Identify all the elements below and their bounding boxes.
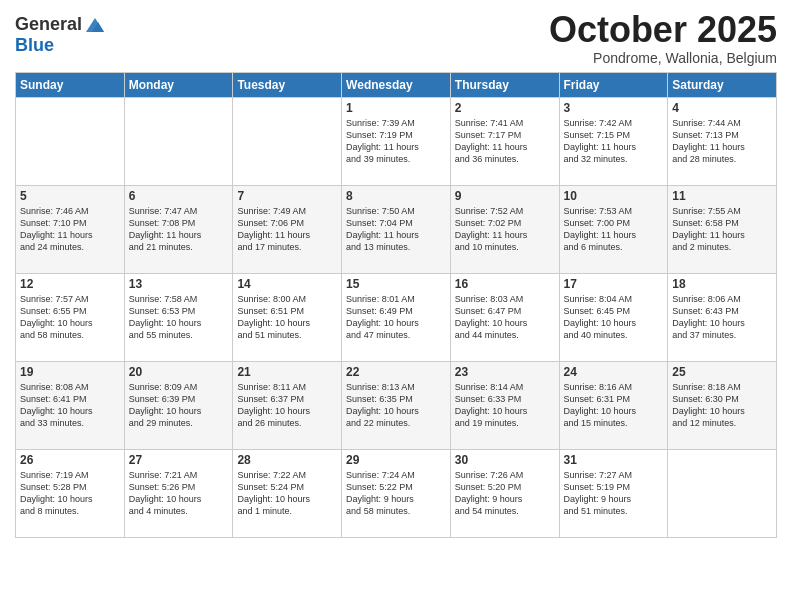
day-number: 7 xyxy=(237,189,337,203)
day-number: 25 xyxy=(672,365,772,379)
day-number: 23 xyxy=(455,365,555,379)
day-info: Sunrise: 7:57 AM Sunset: 6:55 PM Dayligh… xyxy=(20,293,120,342)
calendar-header-row: Sunday Monday Tuesday Wednesday Thursday… xyxy=(16,72,777,97)
day-number: 20 xyxy=(129,365,229,379)
page-container: General Blue October 2025 Pondrome, Wall… xyxy=(0,0,792,548)
calendar-week-4: 19Sunrise: 8:08 AM Sunset: 6:41 PM Dayli… xyxy=(16,361,777,449)
day-number: 17 xyxy=(564,277,664,291)
calendar-cell: 31Sunrise: 7:27 AM Sunset: 5:19 PM Dayli… xyxy=(559,449,668,537)
day-info: Sunrise: 7:26 AM Sunset: 5:20 PM Dayligh… xyxy=(455,469,555,518)
day-info: Sunrise: 8:04 AM Sunset: 6:45 PM Dayligh… xyxy=(564,293,664,342)
day-number: 8 xyxy=(346,189,446,203)
calendar-week-2: 5Sunrise: 7:46 AM Sunset: 7:10 PM Daylig… xyxy=(16,185,777,273)
calendar-cell: 22Sunrise: 8:13 AM Sunset: 6:35 PM Dayli… xyxy=(342,361,451,449)
calendar-cell: 4Sunrise: 7:44 AM Sunset: 7:13 PM Daylig… xyxy=(668,97,777,185)
day-number: 19 xyxy=(20,365,120,379)
day-info: Sunrise: 7:21 AM Sunset: 5:26 PM Dayligh… xyxy=(129,469,229,518)
calendar-cell: 30Sunrise: 7:26 AM Sunset: 5:20 PM Dayli… xyxy=(450,449,559,537)
day-info: Sunrise: 8:06 AM Sunset: 6:43 PM Dayligh… xyxy=(672,293,772,342)
calendar-cell: 29Sunrise: 7:24 AM Sunset: 5:22 PM Dayli… xyxy=(342,449,451,537)
calendar-table: Sunday Monday Tuesday Wednesday Thursday… xyxy=(15,72,777,538)
day-info: Sunrise: 7:19 AM Sunset: 5:28 PM Dayligh… xyxy=(20,469,120,518)
logo-blue: Blue xyxy=(15,36,106,56)
day-info: Sunrise: 7:42 AM Sunset: 7:15 PM Dayligh… xyxy=(564,117,664,166)
day-number: 10 xyxy=(564,189,664,203)
day-number: 21 xyxy=(237,365,337,379)
day-number: 6 xyxy=(129,189,229,203)
calendar-cell: 12Sunrise: 7:57 AM Sunset: 6:55 PM Dayli… xyxy=(16,273,125,361)
day-number: 4 xyxy=(672,101,772,115)
day-number: 27 xyxy=(129,453,229,467)
col-monday: Monday xyxy=(124,72,233,97)
day-info: Sunrise: 8:00 AM Sunset: 6:51 PM Dayligh… xyxy=(237,293,337,342)
calendar-cell: 15Sunrise: 8:01 AM Sunset: 6:49 PM Dayli… xyxy=(342,273,451,361)
day-number: 30 xyxy=(455,453,555,467)
calendar-cell: 28Sunrise: 7:22 AM Sunset: 5:24 PM Dayli… xyxy=(233,449,342,537)
calendar-cell: 9Sunrise: 7:52 AM Sunset: 7:02 PM Daylig… xyxy=(450,185,559,273)
day-info: Sunrise: 7:44 AM Sunset: 7:13 PM Dayligh… xyxy=(672,117,772,166)
day-info: Sunrise: 8:08 AM Sunset: 6:41 PM Dayligh… xyxy=(20,381,120,430)
subtitle: Pondrome, Wallonia, Belgium xyxy=(549,50,777,66)
calendar-cell: 8Sunrise: 7:50 AM Sunset: 7:04 PM Daylig… xyxy=(342,185,451,273)
col-sunday: Sunday xyxy=(16,72,125,97)
col-tuesday: Tuesday xyxy=(233,72,342,97)
calendar-cell xyxy=(233,97,342,185)
day-number: 29 xyxy=(346,453,446,467)
day-number: 18 xyxy=(672,277,772,291)
day-info: Sunrise: 8:03 AM Sunset: 6:47 PM Dayligh… xyxy=(455,293,555,342)
calendar-cell: 18Sunrise: 8:06 AM Sunset: 6:43 PM Dayli… xyxy=(668,273,777,361)
col-thursday: Thursday xyxy=(450,72,559,97)
day-info: Sunrise: 8:11 AM Sunset: 6:37 PM Dayligh… xyxy=(237,381,337,430)
calendar-cell: 2Sunrise: 7:41 AM Sunset: 7:17 PM Daylig… xyxy=(450,97,559,185)
calendar-cell: 17Sunrise: 8:04 AM Sunset: 6:45 PM Dayli… xyxy=(559,273,668,361)
day-info: Sunrise: 8:09 AM Sunset: 6:39 PM Dayligh… xyxy=(129,381,229,430)
col-saturday: Saturday xyxy=(668,72,777,97)
day-info: Sunrise: 7:55 AM Sunset: 6:58 PM Dayligh… xyxy=(672,205,772,254)
day-info: Sunrise: 7:41 AM Sunset: 7:17 PM Dayligh… xyxy=(455,117,555,166)
calendar-week-3: 12Sunrise: 7:57 AM Sunset: 6:55 PM Dayli… xyxy=(16,273,777,361)
day-number: 22 xyxy=(346,365,446,379)
day-number: 9 xyxy=(455,189,555,203)
day-number: 2 xyxy=(455,101,555,115)
calendar-week-5: 26Sunrise: 7:19 AM Sunset: 5:28 PM Dayli… xyxy=(16,449,777,537)
day-info: Sunrise: 8:16 AM Sunset: 6:31 PM Dayligh… xyxy=(564,381,664,430)
calendar-week-1: 1Sunrise: 7:39 AM Sunset: 7:19 PM Daylig… xyxy=(16,97,777,185)
day-number: 12 xyxy=(20,277,120,291)
logo-icon xyxy=(84,14,106,36)
day-info: Sunrise: 7:47 AM Sunset: 7:08 PM Dayligh… xyxy=(129,205,229,254)
calendar-cell xyxy=(668,449,777,537)
col-wednesday: Wednesday xyxy=(342,72,451,97)
calendar-cell: 27Sunrise: 7:21 AM Sunset: 5:26 PM Dayli… xyxy=(124,449,233,537)
day-info: Sunrise: 8:13 AM Sunset: 6:35 PM Dayligh… xyxy=(346,381,446,430)
calendar-cell: 16Sunrise: 8:03 AM Sunset: 6:47 PM Dayli… xyxy=(450,273,559,361)
day-info: Sunrise: 7:52 AM Sunset: 7:02 PM Dayligh… xyxy=(455,205,555,254)
title-block: October 2025 Pondrome, Wallonia, Belgium xyxy=(549,10,777,66)
day-number: 28 xyxy=(237,453,337,467)
calendar-cell: 21Sunrise: 8:11 AM Sunset: 6:37 PM Dayli… xyxy=(233,361,342,449)
day-number: 13 xyxy=(129,277,229,291)
calendar-cell: 23Sunrise: 8:14 AM Sunset: 6:33 PM Dayli… xyxy=(450,361,559,449)
day-info: Sunrise: 7:49 AM Sunset: 7:06 PM Dayligh… xyxy=(237,205,337,254)
day-info: Sunrise: 8:14 AM Sunset: 6:33 PM Dayligh… xyxy=(455,381,555,430)
calendar-cell: 5Sunrise: 7:46 AM Sunset: 7:10 PM Daylig… xyxy=(16,185,125,273)
logo: General Blue xyxy=(15,14,106,56)
day-info: Sunrise: 7:27 AM Sunset: 5:19 PM Dayligh… xyxy=(564,469,664,518)
day-info: Sunrise: 7:24 AM Sunset: 5:22 PM Dayligh… xyxy=(346,469,446,518)
month-title: October 2025 xyxy=(549,10,777,50)
calendar-cell: 7Sunrise: 7:49 AM Sunset: 7:06 PM Daylig… xyxy=(233,185,342,273)
day-info: Sunrise: 7:46 AM Sunset: 7:10 PM Dayligh… xyxy=(20,205,120,254)
day-number: 14 xyxy=(237,277,337,291)
day-number: 24 xyxy=(564,365,664,379)
header: General Blue October 2025 Pondrome, Wall… xyxy=(15,10,777,66)
calendar-cell: 19Sunrise: 8:08 AM Sunset: 6:41 PM Dayli… xyxy=(16,361,125,449)
day-number: 16 xyxy=(455,277,555,291)
day-info: Sunrise: 8:18 AM Sunset: 6:30 PM Dayligh… xyxy=(672,381,772,430)
calendar-cell xyxy=(124,97,233,185)
day-info: Sunrise: 7:50 AM Sunset: 7:04 PM Dayligh… xyxy=(346,205,446,254)
calendar-cell: 20Sunrise: 8:09 AM Sunset: 6:39 PM Dayli… xyxy=(124,361,233,449)
day-info: Sunrise: 7:39 AM Sunset: 7:19 PM Dayligh… xyxy=(346,117,446,166)
calendar-cell xyxy=(16,97,125,185)
day-number: 31 xyxy=(564,453,664,467)
calendar-cell: 1Sunrise: 7:39 AM Sunset: 7:19 PM Daylig… xyxy=(342,97,451,185)
day-number: 11 xyxy=(672,189,772,203)
